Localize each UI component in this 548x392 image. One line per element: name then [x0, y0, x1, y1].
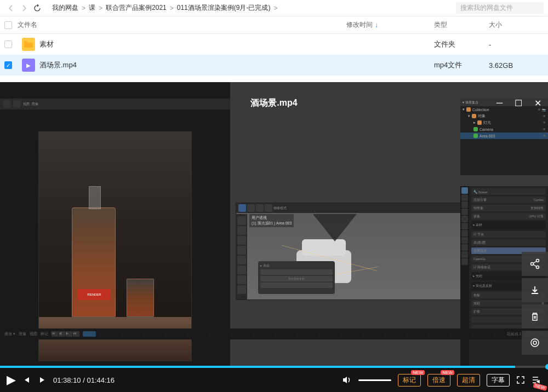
light-object [313, 214, 357, 241]
file-type: 文件夹 [434, 39, 489, 49]
breadcrumb-item[interactable]: 011酒场景渲染案例(9月-已完成) [177, 3, 271, 13]
column-name[interactable]: 文件名 [18, 20, 346, 30]
render-output-image: RENDER [38, 131, 192, 361]
video-file-icon: ▶ [22, 59, 35, 72]
video-content: FileEditRenderWindowHelp LayoutModelingS… [0, 82, 548, 366]
minimize-button[interactable]: ─ [496, 98, 503, 108]
next-button[interactable] [38, 376, 47, 384]
column-size[interactable]: 大小 [489, 20, 544, 30]
side-toolbar: NEW [522, 252, 548, 392]
breadcrumb-root[interactable]: 我的网盘 [52, 3, 78, 13]
breadcrumb-sep: > [273, 4, 277, 12]
blender-timeline: 播放 ▾抠像视图标记 ⏮ ◀ ▶ ⏭ 起始点 1结束点 250 [0, 328, 548, 339]
svg-line-4 [533, 264, 536, 267]
player-controls: ▶ 01:38:10 / 01:44:16 标记NEW 倍速NEW 超清 字幕 [0, 366, 548, 392]
refresh-button[interactable] [31, 2, 44, 15]
svg-point-0 [531, 263, 534, 266]
video-title: 酒场景.mp4 [250, 97, 297, 109]
forward-button[interactable] [18, 2, 31, 15]
svg-point-5 [531, 339, 539, 347]
volume-button[interactable] [342, 376, 352, 384]
breadcrumb-item[interactable]: 联合营产品案例2021 [106, 3, 167, 13]
file-size: - [489, 41, 544, 49]
volume-slider[interactable] [358, 379, 391, 381]
viewport-3d-panel: 物体模式 用户透视(1) 面光源01 | Area 003 X Y Z [230, 82, 548, 366]
column-time[interactable]: 修改时间↓ [346, 20, 434, 30]
breadcrumb-sep: > [170, 4, 174, 12]
file-name: 素材 [39, 39, 54, 49]
download-button[interactable] [522, 278, 548, 302]
viewport-overlay-text: 用户透视(1) 面光源01 | Area 003 [249, 214, 294, 227]
delete-button[interactable] [522, 304, 548, 328]
speed-button[interactable]: 倍速NEW [427, 374, 450, 387]
whiskey-bottle: RENDER [72, 207, 116, 317]
table-header: 文件名 修改时间↓ 类型 大小 [0, 16, 548, 34]
viewport-left-toolbar [236, 214, 247, 299]
close-button[interactable]: ✕ [534, 98, 541, 108]
file-type: mp4文件 [434, 60, 489, 70]
pin-button[interactable]: NEW [522, 387, 548, 392]
prev-button[interactable] [22, 376, 31, 384]
breadcrumb: 我的网盘 > 课 > 联合营产品案例2021 > 011酒场景渲染案例(9月-已… [50, 3, 456, 13]
video-titlebar: 酒场景.mp4 ─ ☐ ✕ [0, 95, 548, 111]
time-display: 01:38:10 / 01:44:16 [53, 376, 115, 384]
video-player: FileEditRenderWindowHelp LayoutModelingS… [0, 82, 548, 392]
file-name: 酒场景.mp4 [39, 60, 77, 70]
bottle-label: RENDER [78, 289, 111, 300]
breadcrumb-sep: > [82, 4, 85, 12]
mark-button[interactable]: 标记NEW [398, 374, 421, 387]
row-checkbox[interactable]: ✓ [4, 61, 12, 69]
breadcrumb-sep: > [99, 4, 102, 12]
svg-point-2 [536, 266, 539, 269]
maximize-button[interactable]: ☐ [515, 98, 522, 108]
select-all-checkbox[interactable] [4, 21, 12, 29]
column-type[interactable]: 类型 [434, 20, 489, 30]
row-checkbox[interactable] [4, 41, 12, 48]
settings-button[interactable] [522, 331, 548, 355]
share-button[interactable] [522, 252, 548, 276]
whiskey-glass [127, 279, 154, 317]
file-size: 3.62GB [489, 61, 544, 70]
quality-button[interactable]: 超清 [457, 374, 480, 387]
svg-line-3 [533, 261, 536, 263]
top-nav: 我的网盘 > 课 > 联合营产品案例2021 > 011酒场景渲染案例(9月-已… [0, 0, 548, 16]
table-row[interactable]: ✓ ▶ 酒场景.mp4 mp4文件 3.62GB [0, 55, 548, 76]
folder-icon [22, 38, 35, 51]
search-input[interactable]: 搜索我的网盘文件 [456, 2, 544, 14]
sort-down-icon: ↓ [375, 21, 378, 29]
breadcrumb-item[interactable]: 课 [89, 3, 95, 13]
timeline-frame [83, 331, 96, 337]
table-row[interactable]: 素材 文件夹 - [0, 34, 548, 55]
back-button[interactable] [4, 2, 18, 15]
svg-point-6 [533, 341, 536, 344]
play-button[interactable]: ▶ [7, 373, 16, 387]
svg-point-1 [536, 260, 539, 262]
render-preview-panel: 视图图像 RENDER [0, 82, 230, 366]
subtitle-button[interactable]: 字幕 [487, 374, 510, 387]
n-panel: ▸ 条目 0 m 0 m 0 m [258, 261, 335, 294]
progress-bar[interactable] [0, 366, 548, 368]
